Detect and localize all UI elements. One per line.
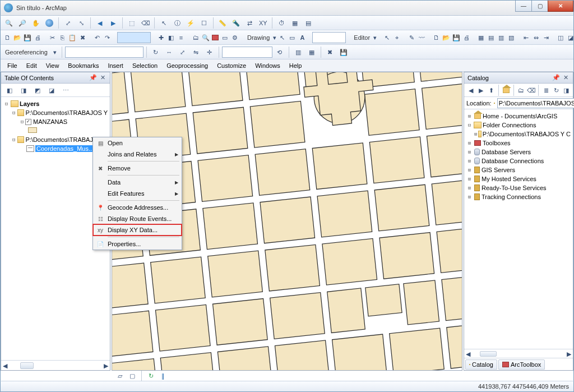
measure-icon[interactable]: 📏 bbox=[216, 17, 229, 29]
layout-c-icon[interactable]: ▥ bbox=[497, 31, 506, 44]
model-icon[interactable]: ⚙ bbox=[230, 31, 239, 44]
cat-item-home[interactable]: Home - Documents\ArcGIS bbox=[483, 113, 557, 119]
cat-fwd-icon[interactable]: ▶ bbox=[476, 84, 485, 96]
trace-icon[interactable]: 〰 bbox=[417, 31, 426, 44]
viewer-icon[interactable]: ▦ bbox=[289, 17, 301, 29]
toc-icon[interactable]: ≡ bbox=[177, 31, 186, 44]
copy-icon[interactable]: ⎘ bbox=[58, 31, 67, 44]
align-center-icon[interactable]: ⇔ bbox=[531, 31, 540, 44]
list-by-selection-icon[interactable]: ◪ bbox=[45, 84, 58, 96]
cat-refresh-icon[interactable]: ↻ bbox=[552, 84, 561, 96]
cat-up-icon[interactable]: ⬆ bbox=[487, 84, 496, 96]
toolbox-icon[interactable] bbox=[211, 31, 219, 44]
georef-del-icon[interactable]: ✖ bbox=[324, 46, 336, 58]
georef-reset-icon[interactable]: ⟲ bbox=[274, 46, 286, 58]
menu-windows[interactable]: Windows bbox=[251, 61, 285, 70]
cat-item-folder-conn[interactable]: Folder Connections bbox=[483, 122, 536, 128]
cat-toggle-icon[interactable]: ◨ bbox=[562, 84, 571, 96]
toc-options-icon[interactable]: ⋯ bbox=[59, 84, 72, 96]
toc-layer-manzanas[interactable]: MANZANAS bbox=[33, 118, 67, 125]
find-icon[interactable]: 🔦 bbox=[230, 17, 242, 29]
paste-icon[interactable]: 📋 bbox=[68, 31, 77, 44]
menu-bookmarks[interactable]: Bookmarks bbox=[63, 61, 103, 70]
select-icon[interactable]: ⬚ bbox=[126, 17, 138, 29]
cat-home-icon[interactable] bbox=[502, 84, 511, 96]
data-view-icon[interactable]: ▱ bbox=[115, 371, 125, 381]
editor-toolbar-icon[interactable]: ◧ bbox=[166, 31, 175, 44]
ctx-display-xy[interactable]: xyDisplay XY Data... bbox=[93, 224, 182, 236]
tab-arctoolbox[interactable]: ArcToolbox bbox=[498, 359, 545, 370]
extra2-icon[interactable]: ◪ bbox=[566, 31, 573, 44]
hyperlink-icon[interactable]: ⚡ bbox=[184, 17, 197, 29]
zoom-out-icon[interactable]: 🔎 bbox=[16, 17, 29, 29]
doc4-icon[interactable]: 🖨 bbox=[462, 31, 471, 44]
catalog-pin-icon[interactable]: 📌 bbox=[552, 74, 560, 82]
list-by-visibility-icon[interactable]: ◩ bbox=[31, 84, 44, 96]
cat-item-hosted[interactable]: My Hosted Services bbox=[482, 176, 536, 182]
menu-view[interactable]: View bbox=[41, 61, 64, 70]
cat-item-gis-servers[interactable]: GIS Servers bbox=[482, 167, 515, 173]
ctx-route-events[interactable]: ☷Display Route Events... bbox=[93, 213, 182, 224]
georef-link-icon[interactable]: ✛ bbox=[203, 46, 216, 58]
menu-file[interactable]: File bbox=[3, 61, 22, 70]
viewer2-icon[interactable]: ▤ bbox=[302, 17, 314, 29]
ctx-geocode[interactable]: 📍Geocode Addresses... bbox=[93, 202, 182, 213]
cat-item-folder-path[interactable]: P:\Documentos\TRABAJOS Y C bbox=[483, 131, 571, 137]
draw-rect-icon[interactable]: ▭ bbox=[288, 31, 297, 44]
scale-input[interactable] bbox=[117, 32, 151, 43]
find-route-icon[interactable]: ⇄ bbox=[243, 17, 256, 29]
sketch-icon[interactable]: ✎ bbox=[407, 31, 416, 44]
toc-close-icon[interactable]: ✕ bbox=[99, 74, 107, 82]
cat-disconnect-icon[interactable]: ⌫ bbox=[526, 84, 535, 96]
time-slider-icon[interactable]: ⏱ bbox=[275, 17, 288, 29]
refresh-view-icon[interactable]: ↻ bbox=[146, 371, 156, 381]
catalog-close-icon[interactable]: ✕ bbox=[562, 74, 570, 82]
draw-text-icon[interactable]: A bbox=[298, 31, 307, 44]
ctx-properties[interactable]: 📄Properties... bbox=[93, 238, 182, 250]
catalog-hscroll[interactable]: ◀▶ bbox=[464, 349, 573, 358]
redo-icon[interactable]: ↷ bbox=[103, 31, 112, 44]
go-to-xy-icon[interactable]: XY bbox=[257, 17, 269, 29]
fixed-zoom-in-icon[interactable]: ⤢ bbox=[62, 17, 74, 29]
pin-icon[interactable]: 📌 bbox=[89, 74, 97, 82]
print-icon[interactable]: 🖨 bbox=[33, 31, 42, 44]
menu-help[interactable]: Help bbox=[285, 61, 307, 70]
doc1-icon[interactable]: 🗋 bbox=[432, 31, 441, 44]
identify-icon[interactable]: ⓘ bbox=[171, 17, 183, 29]
toc-table-coordenadas[interactable]: Coordenadas_Mus... bbox=[35, 145, 95, 152]
ctx-data[interactable]: Data▶ bbox=[93, 177, 182, 188]
pan-icon[interactable]: ✋ bbox=[30, 17, 42, 29]
cat-item-tracking[interactable]: Tracking Connections bbox=[482, 193, 541, 200]
new-icon[interactable]: 🗋 bbox=[3, 31, 12, 44]
tab-catalog[interactable]: Catalog bbox=[465, 359, 497, 370]
html-popup-icon[interactable]: ☐ bbox=[198, 17, 210, 29]
align-left-icon[interactable]: ⇤ bbox=[521, 31, 530, 44]
cat-connect-icon[interactable]: 🗂 bbox=[516, 84, 525, 96]
list-by-source-icon[interactable]: ◨ bbox=[17, 84, 30, 96]
location-input[interactable] bbox=[497, 98, 574, 108]
clear-select-icon[interactable]: ⌫ bbox=[139, 17, 151, 29]
cat-item-db-conn[interactable]: Database Connections bbox=[482, 158, 544, 164]
cat-list-icon[interactable]: ≣ bbox=[541, 84, 550, 96]
catalog-tree[interactable]: ⊞Home - Documents\ArcGIS ⊟Folder Connect… bbox=[464, 109, 573, 349]
pause-draw-icon[interactable]: ‖ bbox=[158, 371, 168, 381]
cat-back-icon[interactable]: ◀ bbox=[466, 84, 475, 96]
cat-item-ready[interactable]: Ready-To-Use Services bbox=[482, 185, 547, 191]
close-button[interactable]: ✕ bbox=[548, 1, 573, 12]
georef-view-icon[interactable]: ▥ bbox=[292, 46, 304, 58]
ctx-joins[interactable]: Joins and Relates▶ bbox=[93, 149, 182, 160]
georef-save-icon[interactable]: 💾 bbox=[337, 46, 350, 58]
toc-group-1[interactable]: P:\Documentos\TRABAJOS Y bbox=[25, 109, 108, 116]
layout-view-icon[interactable]: ▢ bbox=[127, 371, 137, 381]
cut-icon[interactable]: ✂ bbox=[48, 31, 57, 44]
pointer-icon[interactable]: ↖ bbox=[158, 17, 170, 29]
back-icon[interactable]: ◀ bbox=[94, 17, 106, 29]
layout-b-icon[interactable]: ▤ bbox=[487, 31, 496, 44]
cat-item-db-servers[interactable]: Database Servers bbox=[482, 149, 531, 155]
catalog-icon[interactable]: 🗂 bbox=[191, 31, 200, 44]
menu-edit[interactable]: Edit bbox=[22, 61, 41, 70]
menu-customize[interactable]: Customize bbox=[212, 61, 251, 70]
georef-table-icon[interactable]: ▦ bbox=[305, 46, 318, 58]
georef-flip-icon[interactable]: ⇋ bbox=[190, 46, 202, 58]
ctx-open[interactable]: ▤Open bbox=[93, 137, 182, 149]
